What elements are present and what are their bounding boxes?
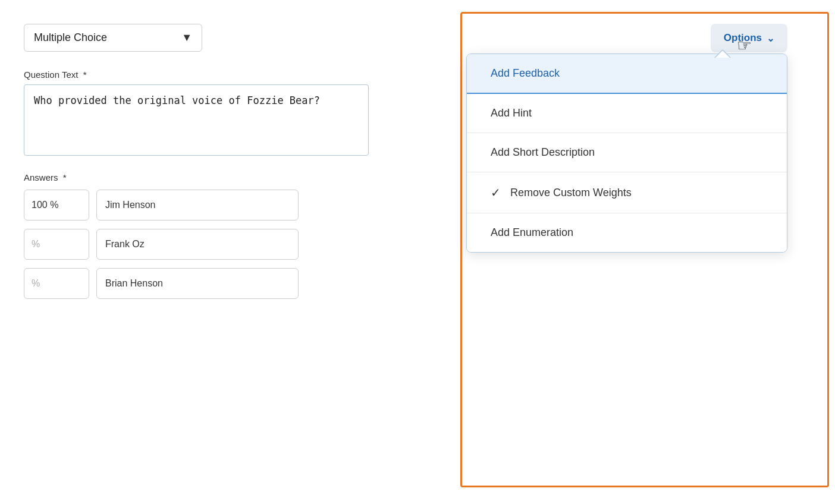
dropdown-item-add-hint[interactable]: Add Hint bbox=[467, 94, 787, 133]
question-type-dropdown[interactable]: Multiple Choice ▼ bbox=[24, 24, 202, 52]
answer-text-input-1[interactable] bbox=[96, 190, 299, 220]
dropdown-item-remove-custom-weights[interactable]: ✓ Remove Custom Weights bbox=[467, 172, 787, 213]
add-hint-label: Add Hint bbox=[491, 107, 532, 119]
percentage-input-2[interactable] bbox=[24, 229, 89, 260]
percentage-input-3[interactable] bbox=[24, 268, 89, 299]
dropdown-item-add-short-description[interactable]: Add Short Description bbox=[467, 133, 787, 172]
page-container: Multiple Choice ▼ Question Text * Who pr… bbox=[0, 0, 835, 504]
checkmark-icon: ✓ bbox=[491, 185, 501, 200]
add-enumeration-label: Add Enumeration bbox=[491, 226, 573, 239]
options-dropdown-menu: Add Feedback Add Hint Add Short Descript… bbox=[466, 53, 787, 253]
answer-text-input-3[interactable] bbox=[96, 268, 299, 299]
add-feedback-label: Add Feedback bbox=[491, 67, 560, 80]
add-short-description-label: Add Short Description bbox=[491, 146, 595, 159]
options-label: Options bbox=[724, 32, 762, 44]
question-text-input[interactable]: Who provided the original voice of Fozzi… bbox=[24, 84, 369, 156]
options-chevron-icon: ⌄ bbox=[767, 33, 774, 44]
dropdown-item-add-enumeration[interactable]: Add Enumeration bbox=[467, 213, 787, 252]
percentage-input-1[interactable] bbox=[24, 190, 89, 220]
question-type-label: Multiple Choice bbox=[34, 32, 107, 44]
answer-row-3 bbox=[24, 268, 811, 299]
question-type-arrow-icon: ▼ bbox=[181, 32, 192, 44]
question-type-section: Multiple Choice ▼ bbox=[24, 24, 811, 52]
answer-text-input-2[interactable] bbox=[96, 229, 299, 260]
dropdown-triangle bbox=[714, 49, 731, 58]
remove-custom-weights-label: Remove Custom Weights bbox=[510, 187, 632, 199]
dropdown-item-add-feedback[interactable]: Add Feedback bbox=[467, 54, 787, 94]
options-button[interactable]: Options ⌄ bbox=[711, 24, 787, 52]
